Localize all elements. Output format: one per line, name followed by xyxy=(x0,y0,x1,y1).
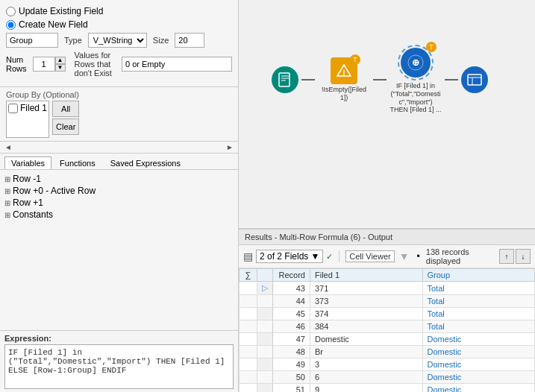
group-cell: Total xyxy=(422,308,535,320)
table-row: ▷ 43 371 Total xyxy=(240,282,535,295)
connector-2 xyxy=(373,79,387,80)
spinner-up[interactable]: ▲ xyxy=(55,57,66,64)
row-selector-cell[interactable] xyxy=(257,371,273,384)
node-input-icon[interactable] xyxy=(272,66,298,93)
record-cell: 43 xyxy=(273,282,310,295)
create-field-label: Create New Field xyxy=(19,19,88,30)
filed1-cell: Br xyxy=(310,346,423,358)
row-sum-cell xyxy=(240,371,257,384)
group-by-label: Group By (Optional) xyxy=(6,90,79,99)
record-cell: 44 xyxy=(273,295,310,308)
nav-up-arrow[interactable]: ↑ xyxy=(499,249,514,264)
row-selector-cell[interactable] xyxy=(257,308,273,320)
tree-item-row-active[interactable]: ⊞ Row +0 - Active Row xyxy=(4,185,234,197)
toolbar-separator xyxy=(339,250,340,262)
filed1-cell: 3 xyxy=(310,358,423,371)
group-cell: Domestic xyxy=(422,346,535,358)
row-selector-cell[interactable] xyxy=(257,295,273,308)
results-header: Results - Multi-Row Formula (6) - Output xyxy=(239,230,535,245)
expression-label: Expression: xyxy=(4,334,234,343)
workflow: T !IsEmpty([Filed 1]) ⊕ xyxy=(269,45,491,114)
num-rows-row: Num Rows ▲ ▼ Values for Rows that don't … xyxy=(6,51,232,78)
tab-functions[interactable]: Functions xyxy=(53,157,102,169)
tab-variables[interactable]: Variables xyxy=(4,157,51,169)
row-selector-icon: ▷ xyxy=(262,283,268,292)
update-field-radio[interactable] xyxy=(6,7,16,16)
scroll-right-arrow[interactable]: ► xyxy=(226,143,234,151)
filed1-label: Filed 1 xyxy=(20,103,47,113)
data-table: ∑ Record Filed 1 Group ▷ 43 371 Total 44… xyxy=(239,268,535,392)
separator-dot: • xyxy=(417,251,420,262)
node-browse-icon[interactable] xyxy=(461,66,488,93)
type-select[interactable]: V_WString xyxy=(88,33,147,48)
cell-viewer-button[interactable]: Cell Viewer xyxy=(345,250,394,262)
svg-text:⊕: ⊕ xyxy=(412,57,419,68)
scroll-indicator: ◄ ► xyxy=(0,141,238,154)
col-header-record[interactable]: Record xyxy=(273,269,310,282)
group-by-list: Filed 1 xyxy=(6,101,49,138)
size-label: Size xyxy=(153,36,169,45)
filed1-cell: 6 xyxy=(310,371,423,384)
row-selector-cell[interactable]: ▷ xyxy=(257,282,273,295)
col-header-group[interactable]: Group xyxy=(422,269,535,282)
svg-rect-9 xyxy=(468,75,481,85)
group-by-section: Group By (Optional) Filed 1 All Clear xyxy=(0,87,238,141)
filed1-checkbox[interactable] xyxy=(8,104,18,113)
num-rows-input[interactable] xyxy=(33,57,55,72)
table-row: 45 374 Total xyxy=(240,308,535,320)
clear-button[interactable]: Clear xyxy=(52,118,79,135)
row-sum-cell xyxy=(240,308,257,320)
group-cell: Total xyxy=(422,282,535,295)
record-cell: 47 xyxy=(273,333,310,346)
tree-item-row-plus1[interactable]: ⊞ Row +1 xyxy=(4,197,234,209)
row-selector-cell[interactable] xyxy=(257,358,273,371)
size-input[interactable] xyxy=(175,33,204,48)
node-formula-icon[interactable]: ⊕ xyxy=(401,48,431,78)
group-item-filed1: Filed 1 xyxy=(8,103,47,113)
row-selector-cell[interactable] xyxy=(257,320,273,333)
left-panel: Update Existing Field Create New Field T… xyxy=(0,0,239,392)
expression-section: Expression: IF [Filed 1] in ("Total","Do… xyxy=(0,330,238,392)
row-selector-cell[interactable] xyxy=(257,333,273,346)
node-input xyxy=(272,66,298,93)
row-selector-cell[interactable] xyxy=(257,384,273,393)
connector-3 xyxy=(445,79,458,80)
tabs-row: Variables Functions Saved Expressions xyxy=(0,154,238,170)
node-filter-wrapper: T xyxy=(331,57,357,84)
group-by-header: Group By (Optional) xyxy=(6,90,232,99)
spinner-buttons: ▲ ▼ xyxy=(55,57,66,72)
node-formula-label: IF [Filed 1] in ("Total","Domesti c","Im… xyxy=(389,82,442,114)
group-cell: Domestic xyxy=(422,371,535,384)
dropdown-arrow-icon: ▼ xyxy=(310,251,319,262)
fields-dropdown[interactable]: 2 of 2 Fields ▼ xyxy=(256,250,323,263)
tab-saved-expressions[interactable]: Saved Expressions xyxy=(104,157,187,169)
scroll-left-arrow[interactable]: ◄ xyxy=(4,143,12,151)
connector-1 xyxy=(301,79,315,80)
nav-arrows: ↑ ↓ xyxy=(499,249,531,264)
tree-item-constants[interactable]: ⊞ Constants xyxy=(4,209,234,221)
nav-down-arrow[interactable]: ↓ xyxy=(516,249,531,264)
table-row: 50 6 Domestic xyxy=(240,371,535,384)
filed1-cell: 384 xyxy=(310,320,423,333)
toolbar-separator2: ▼ xyxy=(399,250,410,262)
row-selector-cell[interactable] xyxy=(257,346,273,358)
record-cell: 51 xyxy=(273,384,310,393)
row-plus1-label: Row +1 xyxy=(13,197,43,208)
create-field-radio[interactable] xyxy=(6,20,16,30)
row-sum-cell xyxy=(240,282,257,295)
svg-point-6 xyxy=(343,74,345,75)
group-name-input[interactable] xyxy=(6,33,58,48)
col-header-filed1[interactable]: Filed 1 xyxy=(310,269,423,282)
row-sum-cell xyxy=(240,346,257,358)
table-row: 44 373 Total xyxy=(240,295,535,308)
node-filter-label: !IsEmpty([Filed 1]) xyxy=(318,86,370,102)
tree-item-row-minus1[interactable]: ⊞ Row -1 xyxy=(4,173,234,185)
spinner-down[interactable]: ▼ xyxy=(55,64,66,72)
expand-icon-row-minus1: ⊞ xyxy=(4,175,10,183)
num-rows-label: Num Rows xyxy=(6,55,27,73)
expression-text[interactable]: IF [Filed 1] in ("Total","Domestic","Imp… xyxy=(4,344,234,389)
node-filter: T !IsEmpty([Filed 1]) xyxy=(318,57,370,102)
node-formula-wrapper: ⊕ T xyxy=(398,45,434,80)
values-input[interactable] xyxy=(122,57,232,72)
all-button[interactable]: All xyxy=(52,101,79,117)
